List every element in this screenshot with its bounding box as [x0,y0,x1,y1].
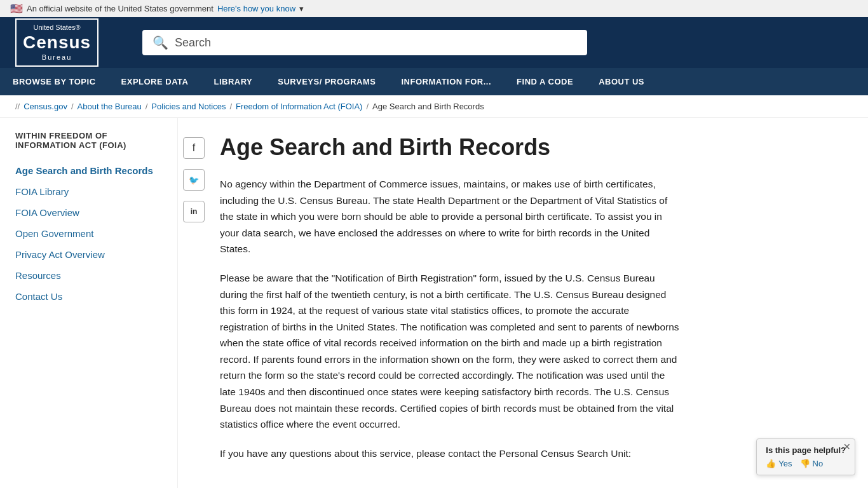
bureau-label: Bureau [23,53,91,62]
sidebar-section-title: WITHIN FREEDOM OF INFORMATION ACT (FOIA) [15,131,165,150]
logo-box: United States® Census Bureau [15,18,98,67]
dropdown-icon[interactable]: ▾ [299,4,304,13]
nav-information-for[interactable]: INFORMATION FOR... [388,68,504,95]
paragraph-1: No agency within the Department of Comme… [220,176,680,257]
sidebar-item-open-government[interactable]: Open Government [15,223,165,244]
facebook-icon[interactable]: f [183,137,205,159]
breadcrumb-foia[interactable]: Freedom of Information Act (FOIA) [236,102,362,111]
no-label: No [813,459,824,468]
helpful-close-button[interactable]: ✕ [843,442,851,452]
sidebar-item-resources[interactable]: Resources [15,265,165,286]
social-column: f 🐦 in [178,118,210,488]
content-body: No agency within the Department of Comme… [220,176,680,461]
nav-browse-by-topic[interactable]: BROWSE BY TOPIC [0,68,109,95]
paragraph-2: Please be aware that the "Notification o… [220,270,680,433]
helpful-buttons: 👍 Yes 👎 No [766,459,846,468]
page-layout: WITHIN FREEDOM OF INFORMATION ACT (FOIA)… [0,118,868,488]
sidebar: WITHIN FREEDOM OF INFORMATION ACT (FOIA)… [0,118,178,488]
sidebar-item-contact-us[interactable]: Contact Us [15,286,165,307]
search-icon: 🔍 [153,35,168,50]
breadcrumb-current: Age Search and Birth Records [372,102,484,111]
gov-text: An official website of the United States… [27,4,214,13]
sidebar-item-privacy-act[interactable]: Privacy Act Overview [15,244,165,265]
nav-about-us[interactable]: ABOUT US [586,68,657,95]
logo-text: United States® Census Bureau [23,24,91,62]
nav-library[interactable]: LIBRARY [201,68,265,95]
logo-area[interactable]: United States® Census Bureau [15,18,142,67]
helpful-yes-button[interactable]: 👍 Yes [766,459,792,468]
main-nav: BROWSE BY TOPIC EXPLORE DATA LIBRARY SUR… [0,68,868,95]
page-title: Age Search and Birth Records [220,133,680,161]
breadcrumb: // Census.gov / About the Bureau / Polic… [0,95,868,118]
breadcrumb-about-bureau[interactable]: About the Bureau [78,102,142,111]
breadcrumb-census-gov[interactable]: Census.gov [24,102,67,111]
yes-label: Yes [778,459,792,468]
paragraph-3: If you have any questions about this ser… [220,445,680,462]
how-you-know-link[interactable]: Here's how you know [217,4,295,13]
thumbs-up-icon: 👍 [766,459,776,468]
sidebar-item-age-search[interactable]: Age Search and Birth Records [15,160,165,181]
site-header: United States® Census Bureau 🔍 Search [0,17,868,68]
bc-sep-0: // [15,102,20,111]
helpful-question: Is this page helpful? [766,445,846,455]
flag-icon: 🇺🇸 [10,3,23,15]
sidebar-item-foia-overview[interactable]: FOIA Overview [15,202,165,223]
main-content: Age Search and Birth Records No agency w… [210,118,705,488]
census-label: Census [23,32,91,53]
sidebar-item-foia-library[interactable]: FOIA Library [15,181,165,202]
nav-surveys-programs[interactable]: SURVEYS/ PROGRAMS [265,68,388,95]
nav-explore-data[interactable]: EXPLORE DATA [109,68,201,95]
search-bar[interactable]: 🔍 Search [142,30,587,55]
twitter-icon[interactable]: 🐦 [183,169,205,191]
thumbs-down-icon: 👎 [800,459,810,468]
nav-find-a-code[interactable]: FIND A CODE [504,68,586,95]
linkedin-icon[interactable]: in [183,201,205,222]
united-states-label: United States® [23,24,91,32]
search-input[interactable]: Search [175,36,211,50]
breadcrumb-policies[interactable]: Policies and Notices [151,102,226,111]
helpful-no-button[interactable]: 👎 No [800,459,824,468]
helpful-widget: ✕ Is this page helpful? 👍 Yes 👎 No [756,438,855,475]
gov-banner: 🇺🇸 An official website of the United Sta… [0,0,868,17]
